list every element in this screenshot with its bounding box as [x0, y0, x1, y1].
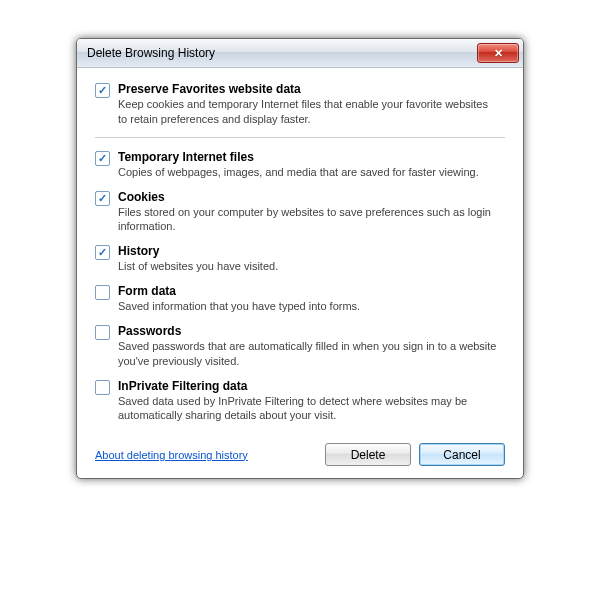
option-label: Temporary Internet files	[118, 150, 479, 164]
dialog-title: Delete Browsing History	[87, 46, 477, 60]
option-label: Preserve Favorites website data	[118, 82, 498, 96]
option-description: Saved passwords that are automatically f…	[118, 339, 498, 369]
titlebar: Delete Browsing History ✕	[77, 39, 523, 68]
option-entry: InPrivate Filtering dataSaved data used …	[95, 379, 505, 424]
option-entry: PasswordsSaved passwords that are automa…	[95, 324, 505, 369]
checkbox[interactable]	[95, 151, 110, 166]
checkbox[interactable]	[95, 191, 110, 206]
option-label: History	[118, 244, 278, 258]
option-description: Saved data used by InPrivate Filtering t…	[118, 394, 498, 424]
option-entry: HistoryList of websites you have visited…	[95, 244, 505, 274]
checkbox[interactable]	[95, 380, 110, 395]
option-description: List of websites you have visited.	[118, 259, 278, 274]
option-label: Cookies	[118, 190, 498, 204]
option-description: Saved information that you have typed in…	[118, 299, 360, 314]
option-description: Files stored on your computer by website…	[118, 205, 498, 235]
close-icon: ✕	[494, 48, 503, 59]
dialog-body: Preserve Favorites website dataKeep cook…	[77, 68, 523, 478]
cancel-button[interactable]: Cancel	[419, 443, 505, 466]
divider	[95, 137, 505, 138]
option-entry: Preserve Favorites website dataKeep cook…	[95, 82, 505, 127]
option-entry: Form dataSaved information that you have…	[95, 284, 505, 314]
about-link[interactable]: About deleting browsing history	[95, 449, 248, 461]
option-entry: Temporary Internet filesCopies of webpag…	[95, 150, 505, 180]
delete-browsing-history-dialog: Delete Browsing History ✕ Preserve Favor…	[76, 38, 524, 479]
checkbox[interactable]	[95, 83, 110, 98]
checkbox[interactable]	[95, 285, 110, 300]
option-label: Passwords	[118, 324, 498, 338]
option-label: InPrivate Filtering data	[118, 379, 498, 393]
dialog-footer: About deleting browsing history Delete C…	[95, 433, 505, 466]
option-label: Form data	[118, 284, 360, 298]
close-button[interactable]: ✕	[477, 43, 519, 63]
checkbox[interactable]	[95, 325, 110, 340]
checkbox[interactable]	[95, 245, 110, 260]
delete-button[interactable]: Delete	[325, 443, 411, 466]
option-description: Copies of webpages, images, and media th…	[118, 165, 479, 180]
option-description: Keep cookies and temporary Internet file…	[118, 97, 498, 127]
option-entry: CookiesFiles stored on your computer by …	[95, 190, 505, 235]
